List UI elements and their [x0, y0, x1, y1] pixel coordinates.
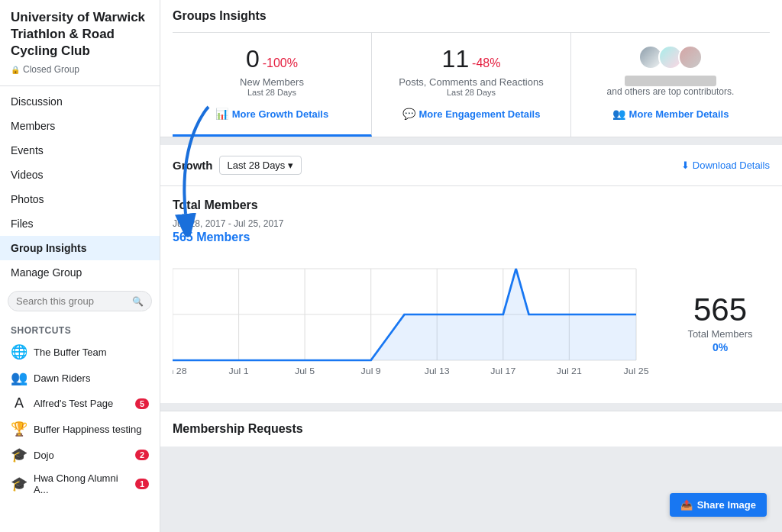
svg-text:Jul 1: Jul 1: [229, 366, 249, 376]
shortcut-item[interactable]: 🎓Hwa Chong Alumni A...1: [0, 468, 160, 500]
total-members-card: Total Members Jun 28, 2017 - Jul 25, 201…: [160, 186, 782, 403]
sidebar-nav: DiscussionMembersEventsVideosPhotosFiles…: [0, 89, 160, 285]
sidebar-item-files[interactable]: Files: [0, 211, 160, 236]
group-name: University of Warwick Triathlon & Road C…: [0, 0, 160, 63]
membership-title: Membership Requests: [173, 422, 770, 436]
shortcut-badge: 5: [135, 398, 149, 409]
shortcut-icon: 🎓: [11, 447, 27, 463]
contributors-text: and others are top contributors.: [607, 76, 735, 97]
shortcuts-list: 🌐The Buffer Team👥Dawn RidersAAlfred's Te…: [0, 339, 160, 500]
stat-card-engagement: 11 -48% Posts, Comments and Reactions La…: [372, 33, 571, 137]
download-icon: ⬇: [681, 160, 690, 171]
membership-section: Membership Requests: [160, 411, 782, 447]
sidebar-item-manage-group[interactable]: Manage Group: [0, 260, 160, 285]
lock-icon: 🔒: [11, 66, 20, 74]
sidebar-item-events[interactable]: Events: [0, 138, 160, 163]
main-content: Groups Insights 0 -100% New Members Last…: [160, 0, 782, 532]
shortcut-icon: A: [11, 395, 27, 411]
stat-card-growth: 0 -100% New Members Last 28 Days 📊 More …: [173, 33, 372, 137]
growth-section: Growth Last 28 Days ▾ ⬇ Download Details…: [160, 145, 782, 403]
sidebar-search[interactable]: 🔍: [8, 291, 152, 311]
share-icon: 📤: [680, 499, 693, 511]
svg-text:Jul 17: Jul 17: [490, 366, 515, 376]
chart-number-box: 565 Total Members 0%: [671, 292, 770, 353]
svg-text:Jul 25: Jul 25: [624, 366, 649, 376]
svg-text:Jul 5: Jul 5: [295, 366, 315, 376]
growth-title: Growth Last 28 Days ▾: [173, 156, 302, 175]
total-members-title: Total Members: [173, 198, 770, 212]
shortcut-label: Dawn Riders: [34, 372, 90, 384]
growth-header: Growth Last 28 Days ▾ ⬇ Download Details: [160, 145, 782, 186]
shortcut-icon: 👥: [11, 369, 27, 386]
shortcut-label: Alfred's Test Page: [34, 398, 113, 409]
svg-text:Jun 28: Jun 28: [173, 366, 187, 376]
svg-text:Jul 13: Jul 13: [425, 366, 450, 376]
stat-number-engagement: 11 -48%: [442, 45, 501, 73]
sidebar: University of Warwick Triathlon & Road C…: [0, 0, 160, 532]
number-label: Total Members: [678, 328, 762, 340]
chevron-down-icon: ▾: [288, 160, 293, 171]
shortcut-badge: 2: [135, 450, 149, 460]
svg-text:Jul 21: Jul 21: [557, 366, 582, 376]
shortcut-label: Hwa Chong Alumni A...: [34, 472, 129, 495]
sidebar-item-videos[interactable]: Videos: [0, 163, 160, 187]
more-member-details[interactable]: 👥 More Member Details: [612, 103, 729, 124]
more-engagement-details[interactable]: 💬 More Engagement Details: [402, 103, 541, 124]
insights-title: Groups Insights: [173, 9, 770, 23]
insights-header: Groups Insights 0 -100% New Members Last…: [160, 0, 782, 137]
chart-and-number: 566 565 564 Jun 28 Jul 1 Jul 5 Jul 9 Jul…: [173, 253, 770, 391]
shortcut-item[interactable]: 🎓Dojo2: [0, 442, 160, 468]
members-chart: 566 565 564 Jun 28 Jul 1 Jul 5 Jul 9 Jul…: [173, 253, 671, 391]
search-input[interactable]: [16, 295, 132, 307]
chart-container: 566 565 564 Jun 28 Jul 1 Jul 5 Jul 9 Jul…: [173, 253, 671, 391]
group-type: 🔒 Closed Group: [0, 63, 160, 82]
shortcut-item[interactable]: AAlfred's Test Page5: [0, 391, 160, 416]
shortcut-badge: 1: [135, 479, 149, 489]
shortcut-icon: 🏆: [11, 421, 27, 437]
contributor-avatars: [638, 45, 703, 69]
shortcuts-label: Shortcuts: [0, 318, 160, 339]
sidebar-item-photos[interactable]: Photos: [0, 187, 160, 211]
insights-stats-row: 0 -100% New Members Last 28 Days 📊 More …: [173, 32, 770, 137]
sidebar-item-members[interactable]: Members: [0, 114, 160, 138]
date-range: Jun 28, 2017 - Jul 25, 2017: [173, 218, 770, 229]
shortcut-icon: 🎓: [11, 476, 27, 492]
more-growth-details[interactable]: 📊 More Growth Details: [215, 103, 328, 124]
members-count-label: 565 Members: [173, 231, 770, 244]
period-selector[interactable]: Last 28 Days ▾: [219, 156, 302, 175]
stat-card-members: and others are top contributors. 👥 More …: [571, 33, 770, 137]
shortcut-item[interactable]: 🏆Buffer Happiness testing: [0, 416, 160, 442]
shortcut-item[interactable]: 👥Dawn Riders: [0, 365, 160, 391]
stat-number-growth: 0 -100%: [246, 45, 298, 73]
shortcut-item[interactable]: 🌐The Buffer Team: [0, 339, 160, 365]
big-number: 565: [678, 292, 762, 328]
sidebar-item-group-insights[interactable]: Group Insights: [0, 236, 160, 260]
sidebar-item-discussion[interactable]: Discussion: [0, 89, 160, 114]
shortcut-label: Dojo: [34, 450, 54, 461]
svg-text:Jul 9: Jul 9: [361, 366, 381, 376]
share-image-button[interactable]: 📤 Share Image: [670, 493, 767, 517]
download-details-link[interactable]: ⬇ Download Details: [681, 160, 770, 171]
shortcut-label: The Buffer Team: [34, 347, 107, 358]
shortcut-label: Buffer Happiness testing: [34, 424, 141, 435]
number-pct: 0%: [678, 341, 762, 353]
shortcut-icon: 🌐: [11, 343, 27, 360]
search-icon: 🔍: [132, 296, 144, 307]
